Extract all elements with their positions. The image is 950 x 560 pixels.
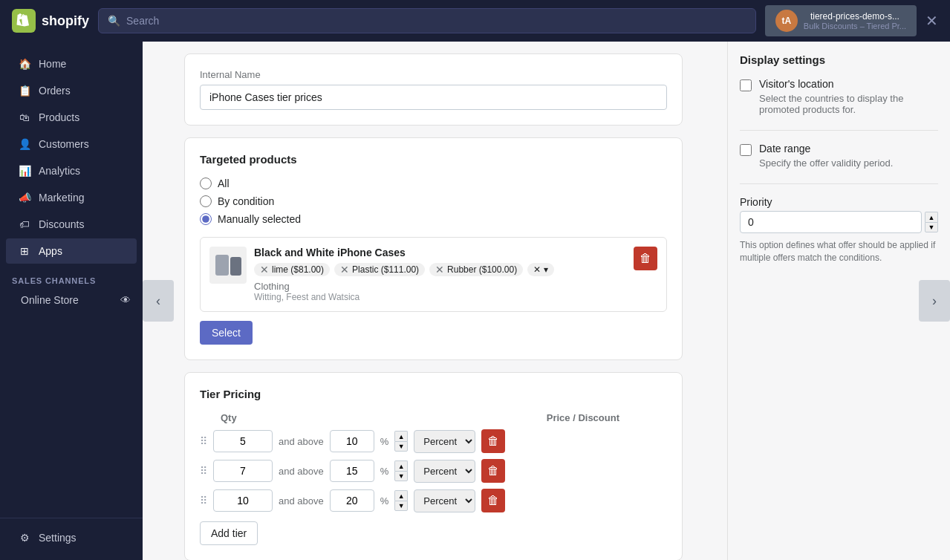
sidebar-item-analytics[interactable]: 📊 Analytics [6, 158, 137, 183]
priority-down[interactable]: ▼ [925, 222, 938, 232]
marketing-icon: 📣 [18, 191, 31, 204]
sidebar-item-label: Discounts [39, 218, 84, 230]
product-image [209, 247, 247, 284]
product-tags: ✕ lime ($81.00) ✕ Plastic ($111.00) ✕ [254, 263, 634, 276]
radio-manually-selected-input[interactable] [200, 213, 212, 225]
visitors-location-content: Visitor's location Select the countries … [759, 78, 938, 115]
radio-all[interactable]: All [200, 178, 667, 189]
visitors-location-checkbox[interactable] [740, 79, 752, 91]
radio-all-label: All [218, 178, 230, 189]
tier-delete-2[interactable]: 🗑 [481, 459, 505, 483]
tier-drag-3[interactable]: ⠿ [200, 495, 207, 507]
customers-icon: 👤 [18, 137, 31, 151]
radio-manually-selected[interactable]: Manually selected [200, 213, 667, 225]
sidebar-item-apps[interactable]: ⊞ Apps [6, 238, 137, 264]
user-info: tA tiered-prices-demo-s... Bulk Discount… [775, 10, 906, 32]
tier-type-select-2[interactable]: Percent Fixed [414, 460, 475, 483]
tag-dropdown[interactable]: ✕ ▾ [527, 263, 554, 276]
tag-plastic-remove[interactable]: ✕ [340, 264, 349, 275]
right-panel: Display settings Visitor's location Sele… [727, 42, 950, 560]
sidebar-item-orders[interactable]: 📋 Orders [6, 78, 137, 103]
display-settings-title: Display settings [740, 53, 938, 66]
online-store-icon: 👁 [120, 294, 131, 306]
date-range-checkbox[interactable] [740, 144, 752, 156]
tag-rubber-remove[interactable]: ✕ [435, 264, 444, 275]
sidebar: 🏠 Home 📋 Orders 🛍 Products 👤 Customers 📊… [0, 42, 143, 560]
tier-price-up-1[interactable]: ▲ [394, 431, 408, 441]
sidebar-item-label: Home [39, 58, 66, 70]
close-button[interactable]: ✕ [925, 12, 938, 30]
priority-note: This option defines what offer should be… [740, 239, 938, 264]
prev-arrow[interactable]: ‹ [143, 280, 174, 322]
tier-qty-input-2[interactable] [213, 460, 273, 482]
sidebar-item-home[interactable]: 🏠 Home [6, 51, 137, 76]
select-button[interactable]: Select [200, 321, 253, 345]
sidebar-item-label: Products [39, 111, 79, 123]
sidebar-item-customers[interactable]: 👤 Customers [6, 131, 137, 157]
tier-delete-1[interactable]: 🗑 [481, 429, 505, 453]
priority-up[interactable]: ▲ [925, 212, 938, 222]
sidebar-item-settings[interactable]: ⚙ Settings [6, 525, 137, 550]
tier-drag-1[interactable]: ⠿ [200, 435, 207, 447]
next-arrow[interactable]: › [919, 280, 950, 322]
product-vendor: Witting, Feest and Watsica [254, 292, 634, 302]
shopify-logo-icon [12, 9, 36, 33]
tier-percent-1: % [380, 436, 389, 447]
tier-qty-input-1[interactable] [213, 430, 273, 452]
product-delete-button[interactable]: 🗑 [634, 247, 657, 270]
radio-by-condition[interactable]: By condition [200, 195, 667, 207]
internal-name-input[interactable] [200, 85, 667, 110]
tier-drag-2[interactable]: ⠿ [200, 465, 207, 477]
sidebar-item-products[interactable]: 🛍 Products [6, 105, 137, 130]
tier-percent-2: % [380, 466, 389, 477]
apps-icon: ⊞ [18, 244, 31, 258]
home-icon: 🏠 [18, 57, 31, 71]
sidebar-item-online-store[interactable]: Online Store 👁 [0, 290, 143, 310]
tier-price-down-1[interactable]: ▼ [394, 441, 408, 452]
tier-price-input-2[interactable] [330, 460, 374, 482]
tier-row-3: ⠿ and above % ▲ ▼ Percent Fixed 🗑 [200, 489, 667, 512]
date-range-content: Date range Specify the offer validity pe… [759, 143, 893, 169]
tier-qty-input-3[interactable] [213, 489, 273, 512]
tag-dropdown-arrow: ▾ [544, 264, 548, 275]
priority-item: Priority ▲ ▼ This option defines what of… [740, 196, 938, 264]
tier-price-input-3[interactable] [330, 489, 374, 512]
product-header: Black and White iPhone Cases ✕ lime ($81… [209, 247, 657, 302]
topbar-app-button[interactable]: tA tiered-prices-demo-s... Bulk Discount… [765, 5, 917, 36]
tier-price-down-2[interactable]: ▼ [394, 471, 408, 481]
sidebar-item-label: Settings [39, 532, 77, 544]
internal-name-card: Internal Name [184, 53, 683, 126]
tag-lime-remove[interactable]: ✕ [260, 264, 269, 275]
sidebar-item-marketing[interactable]: 📣 Marketing [6, 185, 137, 210]
tier-delete-3[interactable]: 🗑 [481, 489, 505, 512]
shopify-logo-text: shopify [42, 13, 89, 29]
visitors-location-desc: Select the countries to display the prom… [759, 93, 938, 115]
store-sub: Bulk Discounts – Tiered Pr... [804, 22, 906, 30]
panel-divider-2 [740, 183, 938, 184]
priority-title: Priority [740, 196, 938, 208]
tier-price-up-2[interactable]: ▲ [394, 460, 408, 471]
tier-type-select-1[interactable]: Percent Fixed [414, 430, 475, 453]
store-info: tiered-prices-demo-s... Bulk Discounts –… [804, 11, 906, 30]
tier-type-select-3[interactable]: Percent Fixed [414, 489, 475, 512]
tier-and-above-3: and above [279, 495, 324, 507]
settings-icon: ⚙ [18, 531, 31, 544]
targeted-products-card: Targeted products All By condition Manua… [184, 137, 683, 360]
tier-row-1: ⠿ and above % ▲ ▼ Percent Fixed 🗑 [200, 429, 667, 453]
tier-price-up-3[interactable]: ▲ [394, 490, 408, 501]
phone-shape-2 [230, 257, 241, 276]
tier-price-down-3[interactable]: ▼ [394, 501, 408, 511]
tier-price-input-1[interactable] [330, 430, 374, 452]
radio-all-input[interactable] [200, 178, 212, 189]
sidebar-item-discounts[interactable]: 🏷 Discounts [6, 212, 137, 237]
panel-divider-1 [740, 130, 938, 131]
priority-input-row: ▲ ▼ [740, 211, 938, 233]
search-bar[interactable]: 🔍 [98, 8, 756, 33]
visitors-location-title: Visitor's location [759, 78, 938, 90]
add-tier-button[interactable]: Add tier [200, 521, 258, 545]
sidebar-item-label: Analytics [39, 165, 80, 177]
online-store-label: Online Store [21, 294, 79, 306]
radio-by-condition-input[interactable] [200, 195, 212, 207]
search-input[interactable] [126, 15, 746, 27]
priority-input[interactable] [740, 211, 922, 233]
